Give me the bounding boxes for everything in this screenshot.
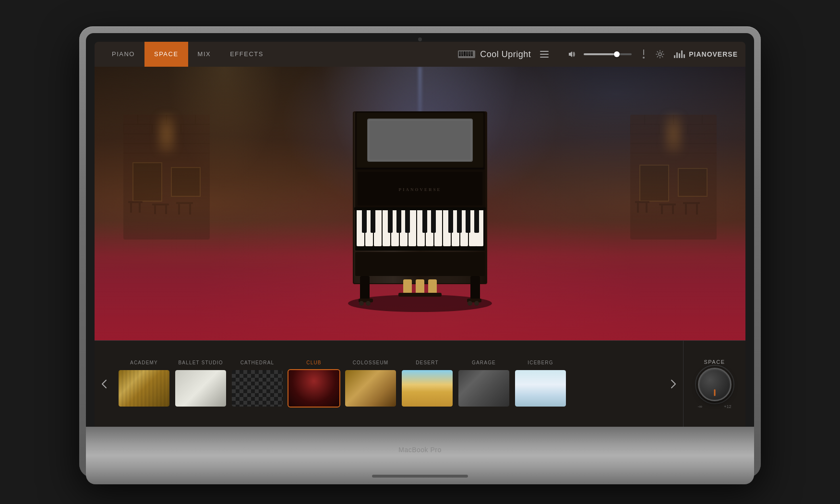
camera	[418, 37, 422, 41]
svg-rect-94	[448, 209, 453, 233]
svg-rect-88	[371, 209, 375, 233]
venue-label-ballet-studio: BALLET STUDIO	[178, 360, 223, 365]
trackpad	[372, 475, 468, 478]
svg-rect-90	[396, 209, 401, 233]
svg-rect-52	[646, 203, 648, 213]
macbook-model-label: MacBook Pro	[398, 446, 442, 454]
venue-thumb-garage[interactable]	[457, 369, 510, 408]
venue-item-club[interactable]: CLUB	[288, 360, 340, 408]
svg-rect-32	[154, 205, 156, 214]
svg-rect-109	[416, 279, 424, 294]
venue-label-garage: GARAGE	[472, 360, 496, 365]
venue-label-cathedral: CATHEDRAL	[240, 360, 275, 365]
svg-rect-110	[428, 279, 437, 294]
svg-rect-35	[178, 204, 180, 215]
svg-rect-58	[696, 204, 698, 215]
svg-point-13	[643, 57, 645, 59]
venue-item-garage[interactable]: GARAGE	[457, 360, 510, 408]
svg-rect-87	[362, 209, 367, 233]
venue-item-cathedral[interactable]: CATHEDRAL	[231, 360, 284, 408]
svg-rect-67	[355, 168, 485, 169]
venue-background: PIANOVERSE	[95, 67, 745, 340]
svg-text:PIANOVERSE: PIANOVERSE	[398, 187, 441, 192]
svg-rect-108	[403, 279, 412, 294]
tab-effects[interactable]: EFFECTS	[220, 42, 273, 67]
svg-rect-57	[685, 204, 687, 215]
tab-piano[interactable]: PIANO	[102, 42, 144, 67]
volume-slider[interactable]	[584, 53, 632, 55]
svg-rect-66	[369, 120, 471, 160]
eq-icon	[674, 50, 685, 58]
svg-rect-30	[139, 203, 141, 213]
menu-button[interactable]	[537, 47, 552, 62]
space-knob[interactable]	[698, 368, 732, 401]
venue-label-desert: DESERT	[416, 360, 439, 365]
venue-label-iceberg: ICEBERG	[528, 360, 553, 365]
venue-item-colosseum[interactable]: COLOSSEUM	[344, 360, 397, 408]
venue-thumb-colosseum[interactable]	[344, 369, 397, 408]
left-wall-decor	[123, 115, 210, 240]
svg-rect-98	[354, 207, 486, 210]
svg-rect-49	[678, 168, 707, 196]
wall-light-left	[157, 115, 176, 153]
venue-thumb-cathedral[interactable]	[231, 369, 284, 408]
svg-rect-9	[467, 51, 468, 55]
venue-item-academy[interactable]: ACADEMY	[118, 360, 170, 408]
settings-button[interactable]	[652, 46, 668, 62]
venue-label-colosseum: COLOSSEUM	[353, 360, 389, 365]
venue-item-iceberg[interactable]: ICEBERG	[514, 360, 567, 408]
svg-point-107	[474, 301, 479, 306]
knob-labels: -∞ +12	[698, 404, 732, 409]
svg-rect-96	[466, 209, 470, 233]
brand-logo: PIANOVERSE	[674, 50, 738, 58]
tab-mix[interactable]: MIX	[188, 42, 221, 67]
svg-rect-97	[474, 209, 479, 233]
svg-rect-91	[405, 209, 410, 233]
wall-light-right	[664, 115, 683, 153]
svg-rect-111	[398, 293, 442, 297]
venue-item-ballet-studio[interactable]: BALLET STUDIO	[174, 360, 227, 408]
piano-image: PIANOVERSE	[324, 92, 516, 315]
svg-rect-55	[672, 205, 674, 214]
venue-thumb-academy[interactable]	[118, 369, 170, 408]
space-label: SPACE	[704, 359, 725, 365]
alert-button[interactable]	[636, 46, 652, 62]
venue-selector-panel: ACADEMY BALLET STUDIO CATH	[95, 340, 745, 427]
venue-prev-button[interactable]	[95, 341, 114, 427]
svg-rect-11	[471, 51, 473, 55]
venue-thumb-iceberg[interactable]	[514, 369, 567, 408]
venue-display: PIANOVERSE	[95, 67, 745, 340]
tab-space[interactable]: SPACE	[144, 42, 188, 67]
space-control: SPACE -∞ +12	[683, 341, 745, 427]
svg-rect-50	[635, 201, 649, 203]
hamburger-icon	[540, 51, 549, 58]
svg-rect-100	[360, 276, 370, 302]
svg-rect-33	[165, 205, 167, 214]
venue-thumb-desert[interactable]	[401, 369, 454, 408]
svg-rect-28	[128, 201, 143, 203]
svg-rect-36	[189, 204, 191, 215]
volume-thumb[interactable]	[614, 51, 620, 57]
speaker-icon[interactable]	[564, 46, 580, 62]
svg-point-103	[366, 301, 371, 306]
venue-thumb-club[interactable]	[288, 369, 340, 408]
knob-indicator	[714, 389, 715, 396]
svg-point-106	[468, 301, 472, 306]
space-knob-container	[698, 368, 732, 401]
venue-label-club: CLUB	[306, 360, 321, 365]
svg-point-102	[359, 301, 364, 306]
svg-rect-51	[637, 203, 639, 213]
venue-thumb-ballet-studio[interactable]	[174, 369, 227, 408]
macbook-shell: PIANO SPACE MIX EFFECTS	[79, 26, 761, 478]
svg-rect-48	[640, 165, 669, 201]
venue-item-desert[interactable]: DESERT	[401, 360, 454, 408]
svg-rect-3	[464, 51, 466, 56]
svg-rect-95	[457, 209, 462, 233]
venue-list: ACADEMY BALLET STUDIO CATH	[114, 341, 664, 427]
svg-rect-93	[431, 209, 436, 233]
venue-next-button[interactable]	[664, 341, 683, 427]
svg-rect-54	[661, 205, 663, 214]
svg-rect-53	[659, 204, 676, 205]
right-wall-decor	[630, 115, 717, 240]
svg-rect-29	[130, 203, 132, 213]
